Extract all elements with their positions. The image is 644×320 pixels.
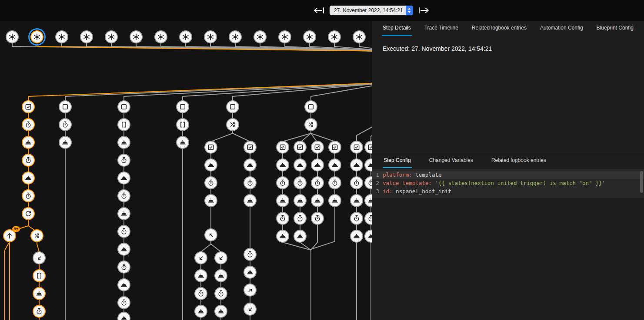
- graph-node-timer[interactable]: [294, 176, 307, 189]
- graph-node-timer[interactable]: [59, 118, 72, 131]
- graph-node-service[interactable]: [244, 266, 257, 279]
- trace-graph-canvas[interactable]: 9+: [0, 0, 372, 320]
- graph-node-shuffle[interactable]: [304, 118, 317, 131]
- graph-node-service[interactable]: [214, 269, 227, 282]
- graph-node-timer[interactable]: [350, 176, 363, 189]
- graph-node-service[interactable]: [204, 158, 217, 172]
- graph-node-service[interactable]: [22, 136, 35, 149]
- graph-node-trigger[interactable]: [353, 30, 366, 43]
- graph-node-trigger[interactable]: [30, 30, 43, 43]
- graph-node-service[interactable]: [33, 287, 46, 300]
- graph-node-service[interactable]: [117, 243, 130, 256]
- graph-node-arrow-bl[interactable]: [214, 251, 227, 264]
- graph-node-square[interactable]: [117, 100, 130, 113]
- graph-node-service[interactable]: [59, 136, 72, 149]
- previous-run-button[interactable]: [313, 6, 325, 16]
- tab-related-logbook-entries[interactable]: Related logbook entries: [471, 21, 527, 36]
- yaml-editor[interactable]: 1platform: template2value_template: '{{ …: [372, 169, 644, 198]
- graph-node-timer[interactable]: [204, 176, 217, 189]
- graph-node-square[interactable]: [304, 100, 317, 113]
- graph-node-trigger[interactable]: [229, 30, 242, 43]
- tab-related-logbook-entries[interactable]: Related logbook entries: [491, 153, 547, 168]
- graph-node-arrow-bl[interactable]: [194, 251, 207, 264]
- graph-node-square[interactable]: [176, 100, 189, 113]
- graph-node-trigger[interactable]: [204, 30, 217, 43]
- graph-node-service[interactable]: [276, 230, 289, 243]
- next-run-button[interactable]: [417, 6, 430, 16]
- graph-node-brackets[interactable]: [33, 269, 46, 282]
- graph-node-arrow-bl[interactable]: [33, 251, 46, 264]
- tab-trace-timeline[interactable]: Trace Timeline: [424, 21, 459, 36]
- tab-automation-config[interactable]: Automation Config: [539, 21, 584, 36]
- graph-node-cond[interactable]: [328, 141, 341, 154]
- graph-node-service[interactable]: [311, 194, 324, 207]
- graph-node-trigger[interactable]: [6, 30, 19, 43]
- graph-node-service[interactable]: [22, 172, 35, 185]
- graph-node-cond[interactable]: [204, 141, 217, 154]
- graph-node-timer[interactable]: [22, 154, 35, 167]
- run-select[interactable]: 27. November 2022, 14:54:21: [330, 6, 413, 15]
- graph-node-timer[interactable]: [117, 296, 130, 309]
- graph-node-trigger[interactable]: [130, 30, 143, 43]
- graph-node-cond[interactable]: [294, 141, 307, 154]
- graph-node-timer[interactable]: [117, 261, 130, 274]
- graph-node-timer[interactable]: [22, 118, 35, 131]
- graph-node-timer[interactable]: [117, 225, 130, 238]
- graph-node-timer[interactable]: [276, 176, 289, 189]
- graph-node-square[interactable]: [59, 100, 72, 113]
- graph-node-cond[interactable]: [350, 141, 363, 154]
- graph-node-service[interactable]: [244, 158, 257, 172]
- graph-node-service[interactable]: [117, 172, 130, 185]
- graph-node-service[interactable]: [350, 158, 363, 172]
- graph-node-repeat[interactable]: [22, 207, 35, 220]
- graph-node-cond[interactable]: [276, 141, 289, 154]
- graph-node-trigger[interactable]: [179, 30, 192, 43]
- graph-node-service[interactable]: [350, 194, 363, 207]
- graph-node-trigger[interactable]: [80, 30, 93, 43]
- graph-node-service[interactable]: [276, 158, 289, 172]
- graph-node-cond[interactable]: [311, 141, 324, 154]
- graph-node-timer[interactable]: [244, 176, 257, 189]
- graph-node-timer[interactable]: [194, 287, 207, 300]
- graph-node-timer[interactable]: [311, 176, 324, 189]
- graph-node-trigger[interactable]: [154, 30, 167, 43]
- graph-node-service[interactable]: [294, 158, 307, 172]
- tab-changed-variables[interactable]: Changed Variables: [428, 153, 474, 168]
- graph-node-brackets[interactable]: [176, 118, 189, 131]
- graph-node-shuffle[interactable]: [226, 118, 239, 131]
- graph-node-square[interactable]: [226, 100, 239, 113]
- graph-node-service[interactable]: [328, 194, 341, 207]
- graph-node-trigger[interactable]: [55, 30, 68, 43]
- graph-node-service[interactable]: [328, 158, 341, 172]
- graph-node-arrow-ul[interactable]: [204, 228, 217, 241]
- graph-node-brackets[interactable]: [117, 118, 130, 131]
- graph-node-arrow-up[interactable]: 9+: [3, 229, 16, 242]
- graph-node-timer[interactable]: [350, 212, 363, 225]
- graph-node-service[interactable]: [244, 194, 257, 207]
- graph-node-cond[interactable]: [244, 141, 257, 154]
- graph-node-timer[interactable]: [244, 248, 257, 261]
- tab-step-details[interactable]: Step Details: [382, 21, 412, 36]
- graph-node-service[interactable]: [176, 136, 189, 149]
- graph-node-timer[interactable]: [117, 189, 130, 202]
- graph-node-trigger[interactable]: [278, 30, 291, 43]
- tab-blueprint-config[interactable]: Blueprint Config: [596, 21, 634, 36]
- graph-node-trigger[interactable]: [328, 30, 341, 43]
- graph-node-trigger[interactable]: [105, 30, 118, 43]
- graph-node-timer[interactable]: [214, 287, 227, 300]
- tab-step-config[interactable]: Step Config: [383, 153, 412, 168]
- graph-node-arrow-bl[interactable]: [244, 303, 257, 316]
- graph-node-service[interactable]: [294, 230, 307, 243]
- graph-node-cond[interactable]: [22, 100, 35, 113]
- graph-node-timer[interactable]: [33, 305, 46, 318]
- graph-node-service[interactable]: [294, 194, 307, 207]
- graph-node-service[interactable]: [117, 136, 130, 149]
- graph-node-shuffle[interactable]: [30, 229, 43, 242]
- graph-node-service[interactable]: [204, 194, 217, 207]
- graph-node-service[interactable]: [194, 269, 207, 282]
- graph-node-timer[interactable]: [22, 189, 35, 202]
- graph-node-timer[interactable]: [328, 176, 341, 189]
- graph-node-timer[interactable]: [117, 154, 130, 167]
- graph-node-timer[interactable]: [311, 212, 324, 225]
- graph-node-arrow-ur[interactable]: [244, 284, 257, 297]
